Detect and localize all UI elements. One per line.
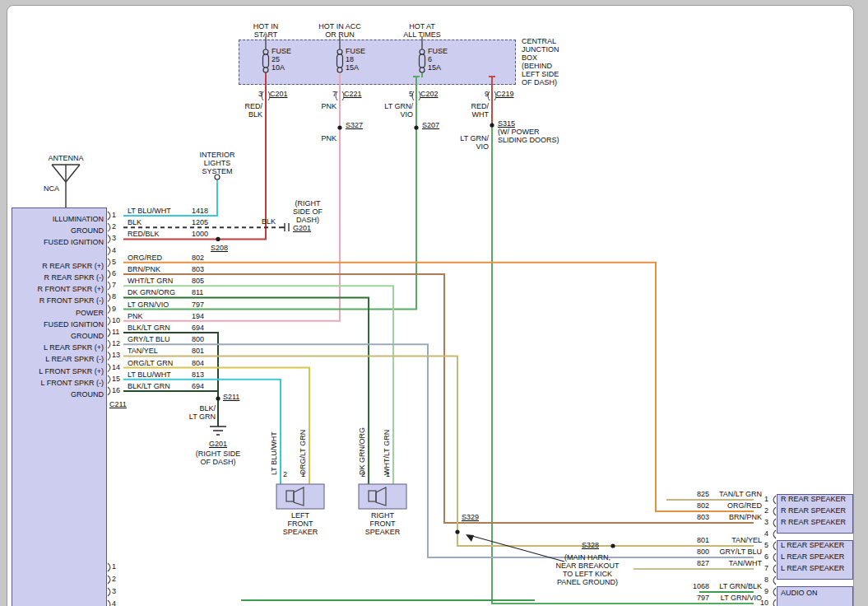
radio-circuit-number: 1000 bbox=[192, 230, 208, 238]
radio-pin-name: R FRONT SPKR (-) bbox=[13, 296, 104, 305]
splice-s208-label[interactable]: S208 bbox=[211, 244, 228, 252]
ground-g201-upper-note: (RIGHT SIDE OF DASH) bbox=[286, 199, 329, 224]
feed-splice-id[interactable]: S207 bbox=[422, 121, 439, 129]
pin-cavity bbox=[108, 247, 110, 255]
pin-cavity bbox=[773, 507, 776, 515]
radio-pin-number: 1 bbox=[112, 211, 123, 219]
radio-wire-label: TAN/YEL bbox=[128, 347, 158, 355]
radio-pin-name: GROUND bbox=[13, 332, 104, 340]
fuse-label: FUSE 6 15A bbox=[428, 47, 448, 72]
feed-connector-id[interactable]: C221 bbox=[344, 90, 362, 98]
splice-dot-s328 bbox=[610, 543, 615, 548]
pin-cavity bbox=[773, 599, 776, 606]
rear-dest-label: L REAR SPEAKER bbox=[781, 541, 844, 549]
fuse-terminal-icon bbox=[420, 68, 425, 72]
rear-wire-label: ORG/RED bbox=[711, 501, 762, 510]
radio-wire-label: ORG/LT GRN bbox=[128, 359, 173, 367]
radio-pin-name: L REAR SPKR (+) bbox=[13, 343, 104, 352]
pin-cavity bbox=[108, 352, 110, 360]
feed-wire-label: RED/ BLK bbox=[228, 102, 262, 119]
radio-wire-label: LT BLU/WHT bbox=[128, 371, 171, 379]
antenna-icon bbox=[52, 165, 66, 182]
radio-circuit-number: 194 bbox=[192, 312, 204, 320]
feed-pin-number: 9 bbox=[464, 90, 489, 98]
feed-pin-number: 3 bbox=[238, 90, 262, 98]
feed-splice-id[interactable]: S327 bbox=[346, 121, 363, 129]
bottom-pin-number: 2 bbox=[112, 575, 123, 583]
radio-pin-number: 2 bbox=[112, 222, 123, 231]
radio-circuit-number: 797 bbox=[192, 301, 204, 309]
radio-wire-label: BLK/LT GRN bbox=[128, 382, 170, 390]
pin-cavity bbox=[108, 305, 110, 314]
splice-dot-s208 bbox=[216, 237, 220, 241]
radio-pin-number: 11 bbox=[112, 328, 123, 336]
radio-connector-label[interactable]: C211 bbox=[109, 400, 127, 408]
right-front-speaker-icon bbox=[359, 484, 406, 509]
pin-cavity bbox=[773, 565, 776, 573]
pin-cavity bbox=[773, 553, 776, 562]
radio-wire-label: PNK bbox=[128, 312, 143, 320]
pin-cavity bbox=[108, 223, 110, 231]
rear-circuit-number: 800 bbox=[681, 548, 709, 556]
rear-wire-label: BRN/PNK bbox=[711, 513, 762, 521]
radio-pin-name: L REAR SPKR (-) bbox=[13, 355, 104, 363]
rear-wire-label: LT GRN/BLK bbox=[711, 582, 762, 590]
pin-cavity bbox=[108, 364, 110, 372]
feed-hot-label: HOT IN START bbox=[229, 22, 303, 39]
wire-lt-blu-wht-spkr bbox=[123, 380, 281, 484]
radio-pin-name: FUSED IGNITION bbox=[13, 238, 104, 246]
rf-speaker-pin-2: 2 bbox=[361, 470, 365, 478]
rear-circuit-number: 801 bbox=[681, 536, 709, 544]
lf-speaker-pin-1: 1 bbox=[301, 470, 305, 478]
splice-s329-label[interactable]: S329 bbox=[462, 513, 479, 521]
splice-dot-s329 bbox=[455, 529, 459, 534]
radio-pin-number: 6 bbox=[112, 269, 123, 277]
bottom-pin-number: 3 bbox=[112, 587, 123, 595]
wire-label-org-lt-grn: ORG/LT GRN bbox=[299, 421, 307, 475]
radio-circuit-number: 694 bbox=[192, 324, 204, 332]
pin-cavity bbox=[773, 519, 776, 527]
pin-cavity bbox=[108, 317, 110, 325]
radio-pin-number: 3 bbox=[112, 234, 123, 242]
antenna-icon bbox=[66, 165, 80, 182]
right-front-speaker-label: RIGHT FRONT SPEAKER bbox=[357, 511, 408, 536]
feed-wire-label: LT GRN/ VIO bbox=[378, 102, 413, 119]
fuse-terminal-icon bbox=[337, 68, 342, 72]
splice-s328-label[interactable]: S328 bbox=[582, 541, 599, 549]
callout-arrowhead bbox=[466, 534, 474, 542]
radio-pin-name: FUSED IGNITION bbox=[13, 320, 104, 329]
ground-g201-lower-id[interactable]: G201 bbox=[201, 440, 235, 448]
rf-speaker-pin-1: 1 bbox=[386, 470, 390, 478]
radio-circuit-number: 1205 bbox=[192, 218, 208, 226]
feed-connector-id[interactable]: C219 bbox=[496, 90, 514, 98]
feed-connector-id[interactable]: C201 bbox=[270, 90, 288, 98]
wire-label-dk-grn-org: DK GRN/ORG bbox=[359, 421, 366, 475]
radio-pin-name: GROUND bbox=[13, 226, 104, 235]
rear-dest-label: R REAR SPEAKER bbox=[781, 506, 846, 515]
feed-splice-id[interactable]: S315 bbox=[498, 119, 515, 128]
ground-g201-upper-id[interactable]: G201 bbox=[293, 224, 311, 232]
radio-pin-name: GROUND bbox=[13, 390, 104, 399]
fuse-body-icon bbox=[337, 54, 343, 68]
radio-pin-number: 16 bbox=[112, 386, 123, 394]
pin-cavity bbox=[108, 212, 110, 220]
feed-connector-id[interactable]: C202 bbox=[420, 90, 439, 98]
radio-circuit-number: 804 bbox=[192, 359, 204, 367]
fuse-terminal-icon bbox=[263, 49, 268, 54]
feed-hot-label: HOT AT ALL TIMES bbox=[385, 22, 459, 39]
left-front-speaker-label: LEFT FRONT SPEAKER bbox=[275, 511, 326, 536]
radio-wire-label: LT GRN/VIO bbox=[128, 301, 169, 309]
feed-pin-number: 7 bbox=[312, 90, 337, 98]
splice-s328-note: (MAIN HARN, NEAR BREAKOUT TO LEFT KICK P… bbox=[548, 553, 627, 586]
ground-g201-lower-wire-label: BLK/ LT GRN bbox=[181, 404, 216, 421]
radio-pin-name: L FRONT SPKR (+) bbox=[13, 367, 104, 375]
pin-cavity bbox=[108, 270, 110, 278]
radio-circuit-number: 802 bbox=[192, 254, 204, 262]
radio-wire-label: RED/BLK bbox=[128, 230, 160, 238]
wiring-diagram-page: CENTRAL JUNCTION BOX (BEHIND LEFT SIDE O… bbox=[0, 0, 868, 606]
rear-wire-label: GRY/LT BLU bbox=[711, 548, 762, 556]
radio-circuit-number: 805 bbox=[192, 277, 204, 285]
splice-s211-label[interactable]: S211 bbox=[223, 393, 239, 401]
feed-splice-note: (W/ POWER SLIDING DOORS) bbox=[498, 128, 559, 144]
radio-pin-number: 13 bbox=[112, 351, 123, 359]
